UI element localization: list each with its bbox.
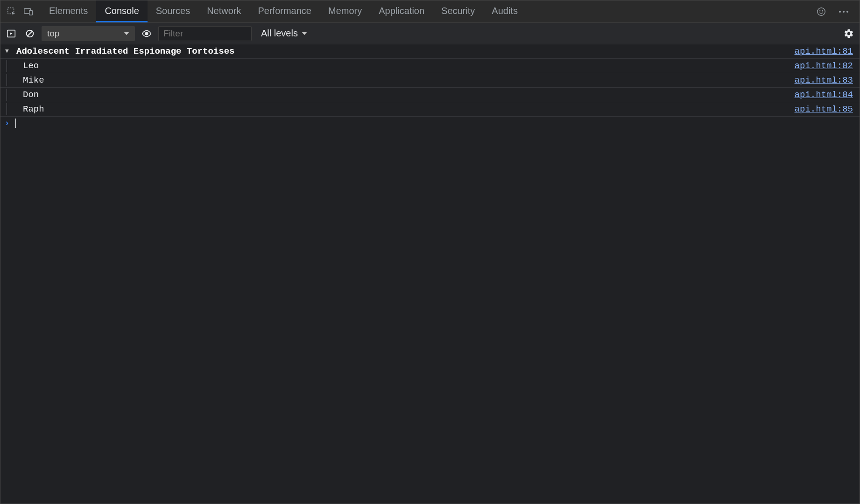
svg-point-9 — [145, 32, 148, 35]
device-toolbar-icon[interactable] — [20, 3, 37, 20]
tab-network[interactable]: Network — [198, 0, 249, 22]
tab-label: Sources — [156, 6, 190, 16]
svg-line-8 — [28, 31, 32, 35]
filter-input[interactable] — [158, 26, 252, 41]
live-expression-icon[interactable] — [140, 27, 154, 41]
inspect-element-icon[interactable] — [3, 3, 20, 20]
tab-label: Memory — [328, 6, 362, 16]
console-output: ▼ Adolescent Irradiated Espionage Tortoi… — [0, 44, 860, 504]
tab-console[interactable]: Console — [96, 0, 147, 22]
log-message: Mike — [14, 74, 795, 86]
source-link[interactable]: api.html:84 — [795, 89, 855, 101]
chevron-down-icon — [302, 32, 307, 35]
console-settings-icon[interactable] — [842, 27, 856, 41]
console-prompt[interactable]: › — [0, 117, 860, 130]
source-link[interactable]: api.html:83 — [795, 74, 855, 86]
console-log-row: Don api.html:84 — [0, 88, 860, 102]
svg-point-5 — [822, 10, 823, 11]
log-message: Don — [14, 89, 795, 101]
svg-point-4 — [820, 10, 820, 11]
console-toolbar: top All levels — [0, 23, 860, 44]
tab-label: Application — [379, 6, 424, 16]
console-log-row: Leo api.html:82 — [0, 59, 860, 73]
console-log-row: Mike api.html:83 — [0, 73, 860, 88]
group-indent-line — [0, 60, 14, 72]
feedback-smile-icon[interactable] — [813, 3, 830, 20]
disclosure-triangle-icon[interactable]: ▼ — [5, 45, 9, 57]
panel-tabs: Elements Console Sources Network Perform… — [41, 0, 526, 22]
group-indent-line — [0, 103, 14, 115]
svg-rect-2 — [29, 10, 32, 15]
source-link[interactable]: api.html:82 — [795, 60, 855, 72]
tab-label: Performance — [258, 6, 312, 16]
tab-performance[interactable]: Performance — [250, 0, 320, 22]
levels-label: All levels — [261, 28, 298, 39]
group-indent-line — [0, 74, 14, 86]
source-link[interactable]: api.html:85 — [795, 103, 855, 115]
tab-audits[interactable]: Audits — [483, 0, 526, 22]
context-value: top — [47, 28, 59, 39]
console-group-header[interactable]: ▼ Adolescent Irradiated Espionage Tortoi… — [0, 44, 860, 59]
tab-label: Audits — [492, 6, 518, 16]
svg-point-3 — [818, 7, 825, 15]
log-message: Adolescent Irradiated Espionage Tortoise… — [14, 45, 795, 57]
log-message: Raph — [14, 103, 795, 115]
tab-label: Security — [441, 6, 475, 16]
tab-label: Console — [105, 6, 139, 16]
tab-label: Network — [207, 6, 241, 16]
console-log-row: Raph api.html:85 — [0, 102, 860, 117]
tab-elements[interactable]: Elements — [41, 0, 96, 22]
input-cursor — [15, 119, 16, 128]
tab-sources[interactable]: Sources — [148, 0, 198, 22]
tab-application[interactable]: Application — [370, 0, 433, 22]
tab-security[interactable]: Security — [433, 0, 483, 22]
toggle-sidebar-icon[interactable] — [4, 27, 18, 41]
panel-tabs-bar: Elements Console Sources Network Perform… — [0, 0, 860, 23]
log-message: Leo — [14, 60, 795, 72]
execution-context-select[interactable]: top — [42, 26, 135, 41]
tab-label: Elements — [49, 6, 88, 16]
chevron-down-icon — [124, 32, 129, 35]
prompt-chevron-icon: › — [0, 119, 14, 128]
log-levels-select[interactable]: All levels — [256, 26, 312, 41]
group-indent-line — [0, 89, 14, 101]
clear-console-icon[interactable] — [23, 27, 37, 41]
tab-memory[interactable]: Memory — [320, 0, 370, 22]
more-menu-icon[interactable] — [835, 3, 852, 20]
source-link[interactable]: api.html:81 — [795, 45, 855, 57]
